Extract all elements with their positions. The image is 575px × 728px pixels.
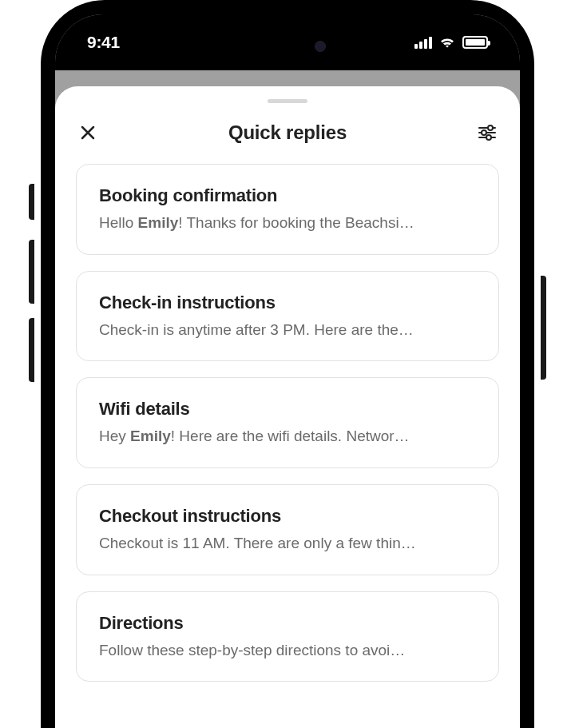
reply-card-wifi[interactable]: Wifi details Hey Emily! Here are the wif… [76, 377, 499, 468]
volume-down-button [29, 318, 34, 382]
reply-snippet: Check-in is anytime after 3 PM. Here are… [99, 320, 476, 340]
drag-handle[interactable] [268, 99, 307, 103]
sliders-icon [478, 125, 497, 141]
reply-title: Checkout instructions [99, 506, 476, 527]
reply-card-booking-confirmation[interactable]: Booking confirmation Hello Emily! Thanks… [76, 164, 499, 255]
cellular-signal-icon [414, 36, 432, 49]
power-button [541, 276, 546, 380]
reply-snippet: Hello Emily! Thanks for booking the Beac… [99, 213, 476, 233]
reply-list: Booking confirmation Hello Emily! Thanks… [55, 164, 520, 682]
reply-snippet: Follow these step-by-step directions to … [99, 640, 476, 661]
reply-title: Check-in instructions [99, 292, 476, 313]
bottom-sheet: Quick replies [55, 86, 520, 728]
svg-point-3 [482, 130, 486, 135]
reply-title: Wifi details [99, 399, 476, 420]
svg-point-5 [486, 135, 491, 140]
reply-title: Booking confirmation [99, 185, 476, 206]
svg-point-1 [488, 125, 493, 130]
reply-card-directions[interactable]: Directions Follow these step-by-step dir… [76, 591, 499, 682]
status-time: 9:41 [87, 33, 120, 52]
close-button[interactable] [76, 121, 100, 145]
front-camera [315, 41, 326, 52]
phone-mockup: 9:41 [0, 0, 575, 728]
page-title: Quick replies [228, 121, 347, 144]
reply-title: Directions [99, 613, 476, 634]
settings-button[interactable] [475, 121, 499, 145]
reply-card-check-in[interactable]: Check-in instructions Check-in is anytim… [76, 271, 499, 362]
screen: 9:41 [55, 14, 520, 728]
reply-snippet: Hey Emily! Here are the wifi details. Ne… [99, 426, 476, 447]
close-icon [80, 125, 96, 141]
volume-up-button [29, 240, 34, 304]
status-icons [414, 36, 488, 49]
battery-icon [462, 36, 488, 49]
reply-snippet: Checkout is 11 AM. There are only a few … [99, 533, 476, 554]
wifi-icon [438, 36, 456, 49]
dynamic-island [232, 30, 343, 62]
side-button [29, 184, 34, 220]
device-frame: 9:41 [41, 0, 534, 728]
reply-card-checkout[interactable]: Checkout instructions Checkout is 11 AM.… [76, 484, 499, 575]
sheet-header: Quick replies [55, 113, 520, 164]
